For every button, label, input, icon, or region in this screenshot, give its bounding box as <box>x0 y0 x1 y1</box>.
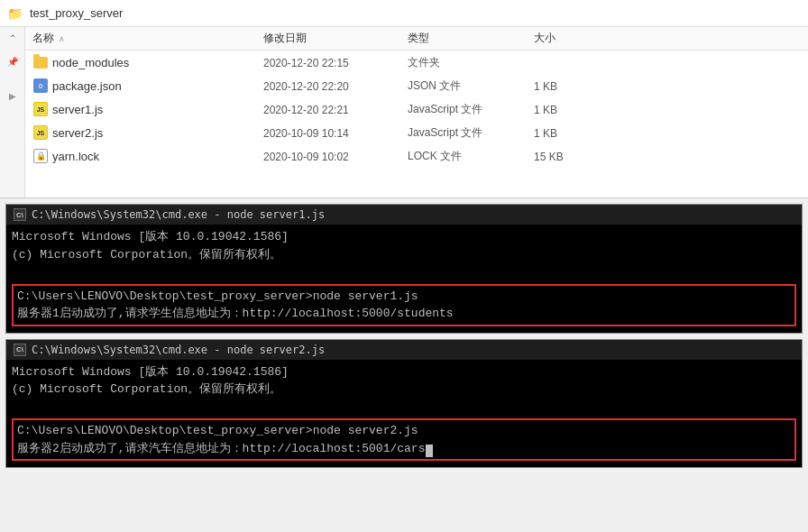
sidebar-panel: ⌃ 📌 ▶ <box>0 27 25 197</box>
json-icon: {} <box>32 78 49 94</box>
cmd-icon: C\ <box>14 208 26 221</box>
file-list-header: 名称 ∧ 修改日期 类型 大小 <box>25 27 808 50</box>
title-bar: 📁 test_proxy_server <box>0 0 808 27</box>
cmd-body[interactable]: Microsoft Windows [版本 10.0.19042.1586](c… <box>6 360 802 468</box>
file-row[interactable]: JS server2.js 2020-10-09 10:14 JavaScrip… <box>25 121 808 144</box>
cmd-highlight-box: C:\Users\LENOVO\Desktop\test_proxy_serve… <box>12 284 796 326</box>
file-rows-container: node_modules 2020-12-20 22:15 文件夹 {} pac… <box>25 50 808 168</box>
cmd-title-bar: C\ C:\Windows\System32\cmd.exe - node se… <box>6 205 802 225</box>
cmd-title-text: C:\Windows\System32\cmd.exe - node serve… <box>32 344 325 356</box>
file-type: 文件夹 <box>408 56 440 69</box>
file-row[interactable]: JS server1.js 2020-12-20 22:21 JavaScrip… <box>25 97 808 121</box>
window-title: test_proxy_server <box>30 6 123 20</box>
js-icon: JS <box>32 124 49 141</box>
file-explorer: ⌃ 📌 ▶ 名称 ∧ 修改日期 类型 大小 node_modules 2020-… <box>0 27 808 198</box>
file-type: JSON 文件 <box>408 79 461 92</box>
file-type: LOCK 文件 <box>408 150 462 162</box>
cmd-highlight-box: C:\Users\LENOVO\Desktop\test_proxy_serve… <box>12 418 796 461</box>
col-header-date[interactable]: 修改日期 <box>263 31 408 46</box>
cmd-window-1[interactable]: C\ C:\Windows\System32\cmd.exe - node se… <box>5 204 803 334</box>
cmd-header-line: Microsoft Windows [版本 10.0.19042.1586] <box>12 228 796 246</box>
sidebar-arrow-2[interactable]: ▶ <box>5 88 20 103</box>
sidebar-arrow-pin[interactable]: 📌 <box>5 54 20 69</box>
cursor <box>426 445 433 457</box>
col-header-name[interactable]: 名称 ∧ <box>29 31 263 46</box>
folder-icon: 📁 <box>7 6 23 21</box>
file-name: yarn.lock <box>52 150 99 163</box>
col-header-type[interactable]: 类型 <box>408 31 534 46</box>
file-name: server1.js <box>52 103 103 116</box>
col-header-size[interactable]: 大小 <box>534 31 606 46</box>
file-row[interactable]: {} package.json 2020-12-20 22:20 JSON 文件… <box>25 74 808 97</box>
sort-arrow: ∧ <box>59 34 65 43</box>
file-list: 名称 ∧ 修改日期 类型 大小 node_modules 2020-12-20 … <box>25 27 808 197</box>
cmd-title-bar: C\ C:\Windows\System32\cmd.exe - node se… <box>6 340 802 360</box>
file-type: JavaScript 文件 <box>408 126 482 139</box>
file-name: node_modules <box>52 56 129 69</box>
file-date: 2020-12-20 22:20 <box>263 80 349 93</box>
file-date: 2020-12-20 22:21 <box>263 104 349 116</box>
cmd-highlight-line: 服务器1启动成功了,请求学生信息地址为：http://localhost:500… <box>17 305 791 323</box>
cmd-header-line: (c) Microsoft Corporation。保留所有权利。 <box>12 381 796 399</box>
file-size: 1 KB <box>534 104 557 116</box>
cmd-title-text: C:\Windows\System32\cmd.exe - node serve… <box>32 208 325 221</box>
folder-icon <box>32 54 49 70</box>
file-name: package.json <box>52 79 122 93</box>
file-size: 1 KB <box>534 127 557 140</box>
cmd-blank-line <box>12 399 796 417</box>
cmd-blank-line <box>12 263 796 281</box>
cmd-section: C\ C:\Windows\System32\cmd.exe - node se… <box>0 204 808 468</box>
cmd-highlight-line: 服务器2启动成功了,请求汽车信息地址为：http://localhost:500… <box>17 440 791 458</box>
file-name: server2.js <box>52 126 103 140</box>
js-icon: JS <box>32 101 49 117</box>
file-row[interactable]: 🔒 yarn.lock 2020-10-09 10:02 LOCK 文件 15 … <box>25 144 808 168</box>
lock-icon: 🔒 <box>32 148 49 164</box>
file-date: 2020-10-09 10:14 <box>263 127 349 140</box>
cmd-highlight-line: C:\Users\LENOVO\Desktop\test_proxy_serve… <box>17 422 791 440</box>
file-row[interactable]: node_modules 2020-12-20 22:15 文件夹 <box>25 50 808 74</box>
file-size: 1 KB <box>534 80 557 93</box>
cmd-body[interactable]: Microsoft Windows [版本 10.0.19042.1586](c… <box>6 225 802 333</box>
file-type: JavaScript 文件 <box>408 103 482 115</box>
cmd-header-line: Microsoft Windows [版本 10.0.19042.1586] <box>12 363 796 381</box>
file-date: 2020-12-20 22:15 <box>263 57 349 69</box>
cmd-window-2[interactable]: C\ C:\Windows\System32\cmd.exe - node se… <box>5 339 803 469</box>
cmd-header-line: (c) Microsoft Corporation。保留所有权利。 <box>12 246 796 264</box>
file-date: 2020-10-09 10:02 <box>263 151 349 163</box>
file-size: 15 KB <box>534 151 564 163</box>
sidebar-arrow-up[interactable]: ⌃ <box>5 31 20 45</box>
cmd-highlight-line: C:\Users\LENOVO\Desktop\test_proxy_serve… <box>17 288 791 306</box>
cmd-icon: C\ <box>14 344 26 356</box>
